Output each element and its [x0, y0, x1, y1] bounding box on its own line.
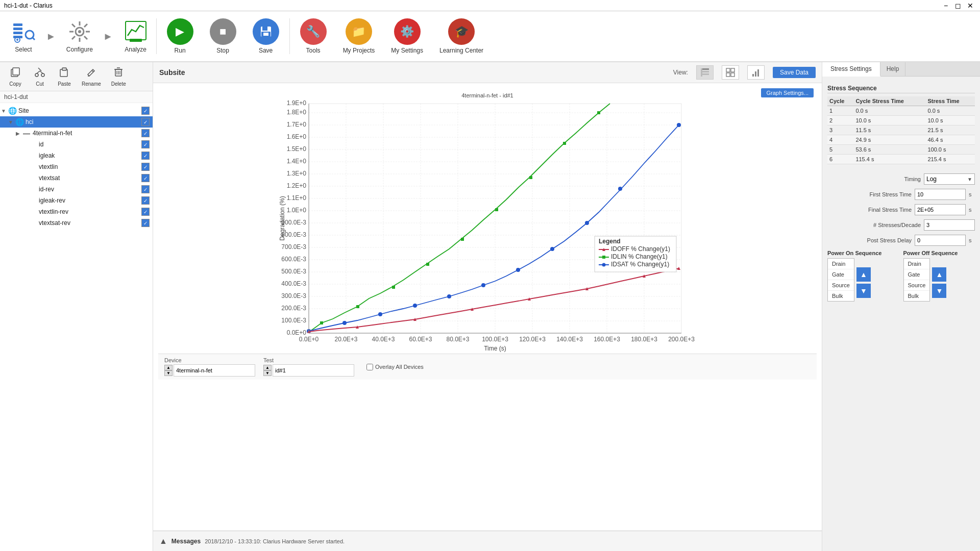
- svg-point-135: [618, 187, 622, 191]
- tree-item[interactable]: ▼🌐Site: [0, 105, 153, 116]
- maximize-button[interactable]: ◻: [952, 0, 964, 11]
- power-on-item[interactable]: Drain: [828, 259, 854, 269]
- tree-item[interactable]: id-rev: [0, 184, 153, 195]
- tree-item-checkbox[interactable]: [141, 208, 150, 216]
- device-arrows[interactable]: ▲ ▼: [164, 365, 173, 376]
- tree-item-label: vtextsat: [39, 174, 141, 182]
- messages-toggle[interactable]: ▲: [159, 537, 167, 546]
- device-down-arrow[interactable]: ▼: [164, 370, 173, 376]
- table-cell: 21.5 s: [925, 126, 975, 135]
- tree-item-checkbox[interactable]: [141, 140, 150, 148]
- overlay-checkbox[interactable]: [366, 364, 373, 370]
- power-on-item[interactable]: Bulk: [828, 291, 854, 301]
- tree-item[interactable]: id: [0, 139, 153, 150]
- power-on-item[interactable]: Source: [828, 280, 854, 291]
- analyze-button[interactable]: Analyze: [117, 11, 154, 61]
- post-stress-delay-input[interactable]: [915, 235, 966, 246]
- stop-button[interactable]: ■ Stop: [202, 11, 244, 61]
- final-stress-time-input[interactable]: [915, 204, 966, 215]
- svg-rect-22: [262, 27, 267, 31]
- save-data-button[interactable]: Save Data: [773, 67, 816, 78]
- tree-item-checkbox[interactable]: [141, 107, 150, 115]
- power-on-down-button[interactable]: ▼: [856, 284, 871, 298]
- tree-item-checkbox[interactable]: [141, 185, 150, 193]
- cut-button[interactable]: Cut: [29, 64, 51, 89]
- mysettings-button[interactable]: ⚙️ My Settings: [383, 11, 431, 61]
- tree-item[interactable]: vtextsat: [0, 172, 153, 184]
- minimize-button[interactable]: −: [940, 0, 951, 11]
- stresses-per-decade-label: # Stresses/Decade: [827, 222, 921, 228]
- paste-icon: [59, 66, 70, 80]
- power-off-down-button[interactable]: ▼: [932, 284, 946, 298]
- svg-rect-118: [356, 305, 359, 308]
- first-stress-time-input[interactable]: [915, 189, 966, 200]
- svg-line-34: [92, 70, 93, 72]
- tree-item[interactable]: vtextlin: [0, 161, 153, 172]
- sep-1: [156, 18, 157, 54]
- tree-item[interactable]: ▶—4terminal-n-fet: [0, 128, 153, 139]
- stress-sequence-title: Stress Sequence: [827, 85, 975, 93]
- stresses-per-decade-input[interactable]: [924, 219, 975, 231]
- test-arrows[interactable]: ▲ ▼: [263, 365, 272, 376]
- tree-item-checkbox[interactable]: [141, 196, 150, 205]
- configure-label: Configure: [66, 46, 93, 53]
- view-table-icon[interactable]: [696, 65, 714, 80]
- power-off-item[interactable]: Bulk: [904, 291, 930, 301]
- table-row: 424.9 s46.4 s: [827, 135, 975, 145]
- final-stress-time-row: Final Stress Time s: [827, 204, 975, 215]
- tree-item-checkbox[interactable]: [141, 219, 150, 227]
- run-button[interactable]: ▶ Run: [159, 11, 202, 61]
- svg-text:IDLIN % Change(y1): IDLIN % Change(y1): [611, 253, 668, 260]
- tree-item[interactable]: vtextsat-rev: [0, 217, 153, 229]
- power-on-up-button[interactable]: ▲: [856, 267, 871, 282]
- svg-text:300.0E-3: 300.0E-3: [281, 292, 306, 299]
- tree-item[interactable]: igleak-rev: [0, 195, 153, 206]
- center-panel: Subsite View: Save Data Graph Settings..…: [153, 62, 822, 551]
- select-button[interactable]: Select: [5, 11, 42, 61]
- myprojects-button[interactable]: 📁 My Projects: [335, 11, 383, 61]
- learning-button[interactable]: 🎓 Learning Center: [431, 11, 492, 61]
- tree-item-label: igleak-rev: [39, 197, 141, 204]
- tab-help[interactable]: Help: [880, 62, 906, 76]
- timing-dropdown[interactable]: Log ▼: [924, 173, 975, 185]
- power-off-item[interactable]: Gate: [904, 269, 930, 280]
- tree-item-checkbox[interactable]: [141, 129, 150, 137]
- tools-button[interactable]: 🔧 Tools: [292, 11, 335, 61]
- test-up-arrow[interactable]: ▲: [263, 365, 272, 370]
- test-input[interactable]: [273, 364, 354, 377]
- cut-label: Cut: [36, 81, 44, 87]
- svg-text:160.0E+3: 160.0E+3: [594, 336, 620, 343]
- tab-stress-settings[interactable]: Stress Settings: [822, 62, 880, 77]
- tree-item-checkbox[interactable]: [141, 152, 150, 160]
- rename-button[interactable]: Rename: [78, 64, 105, 89]
- configure-button[interactable]: Configure: [60, 11, 99, 61]
- paste-button[interactable]: Paste: [53, 64, 76, 89]
- tree-item[interactable]: ▼🌐hci: [0, 116, 153, 128]
- test-down-arrow[interactable]: ▼: [263, 370, 272, 376]
- tree-item-checkbox[interactable]: [141, 163, 150, 171]
- tree-item-checkbox[interactable]: [141, 174, 150, 182]
- power-off-up-button[interactable]: ▲: [932, 267, 946, 282]
- device-input[interactable]: [174, 364, 255, 377]
- copy-button[interactable]: Copy: [4, 64, 27, 89]
- close-button[interactable]: ✕: [965, 0, 976, 11]
- svg-rect-120: [426, 263, 429, 266]
- power-on-item[interactable]: Gate: [828, 269, 854, 280]
- svg-rect-1: [13, 28, 22, 30]
- tree-item[interactable]: vtextlin-rev: [0, 206, 153, 217]
- final-stress-time-label: Final Stress Time: [827, 207, 912, 213]
- table-row: 210.0 s10.0 s: [827, 116, 975, 126]
- power-off-item[interactable]: Source: [904, 280, 930, 291]
- view-chart-icon[interactable]: [747, 65, 765, 80]
- delete-button[interactable]: Delete: [107, 64, 130, 89]
- mysettings-label: My Settings: [391, 47, 423, 54]
- tree-item-checkbox[interactable]: [141, 118, 150, 126]
- tree-item[interactable]: igleak: [0, 150, 153, 161]
- view-grid-icon[interactable]: [722, 65, 739, 80]
- svg-text:0.0E+0: 0.0E+0: [299, 336, 319, 343]
- save-button[interactable]: Save: [244, 11, 287, 61]
- power-off-item[interactable]: Drain: [904, 259, 930, 269]
- tree-path: hci-1-dut: [0, 91, 153, 103]
- svg-rect-123: [529, 176, 532, 179]
- device-up-arrow[interactable]: ▲: [164, 365, 173, 370]
